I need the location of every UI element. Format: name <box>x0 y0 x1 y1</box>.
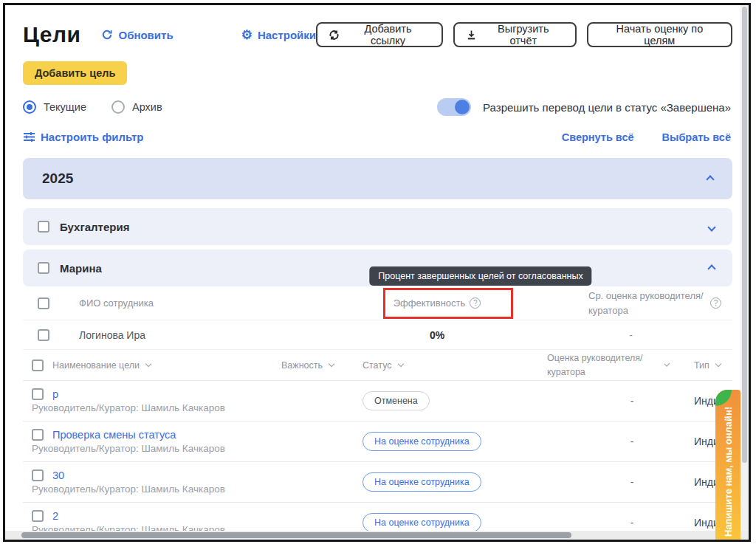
status-badge: Отменена <box>362 391 430 410</box>
horizontal-scrollbar[interactable] <box>5 531 749 540</box>
add-goal-button[interactable]: Добавить цель <box>23 61 127 85</box>
year-label: 2025 <box>42 171 73 187</box>
col-efficiency: Эффективность <box>394 297 466 309</box>
col-avg-score: Ср. оценка руководителя/куратора <box>588 289 706 317</box>
refresh-icon <box>101 29 113 41</box>
goal-row[interactable]: Проверка смены статуса Руководитель/Кура… <box>23 422 732 462</box>
chat-banner-label: Напишите нам, мы онлайн! <box>715 409 740 534</box>
page-header: Цели Обновить ⚙ Настройки Добавить ссылк… <box>23 21 732 48</box>
chat-banner[interactable]: Напишите нам, мы онлайн! <box>715 390 740 540</box>
configure-filter-link[interactable]: Настроить фильтр <box>23 131 143 143</box>
export-report-button[interactable]: Выгрузить отчёт <box>453 22 577 47</box>
refresh-link[interactable]: Обновить <box>101 29 173 41</box>
page-title: Цели <box>23 22 80 47</box>
employee-avg-score: - <box>529 329 732 341</box>
goal-title-link[interactable]: 2 <box>52 510 58 522</box>
download-icon <box>466 30 477 41</box>
goal-row[interactable]: р Руководитель/Куратор: Шамиль Качкаров … <box>23 381 732 422</box>
goal-title-link[interactable]: Проверка смены статуса <box>52 429 176 441</box>
goal-owner: Руководитель/Куратор: Шамиль Качкаров <box>32 402 267 413</box>
goals-table-header: Наименование цели Важность Статус Оценка… <box>23 350 732 381</box>
radio-archive-control[interactable] <box>111 100 125 114</box>
status-badge: На оценке сотрудника <box>362 472 481 492</box>
goal-checkbox[interactable] <box>32 388 44 400</box>
configure-filter-label: Настроить фильтр <box>41 131 143 143</box>
col-importance[interactable]: Важность <box>267 360 340 371</box>
col-goal-name[interactable]: Наименование цели <box>52 360 151 371</box>
year-collapse-control[interactable] <box>707 172 713 185</box>
goal-checkbox[interactable] <box>32 469 44 481</box>
col-efficiency-cell: Эффективность Процент завершенных целей … <box>345 286 529 320</box>
filter-row: Настроить фильтр Свернуть всё Выбрать вс… <box>23 131 731 143</box>
col-type[interactable]: Тип <box>676 360 732 371</box>
employee-table-header: ФИО сотрудника Эффективность Процент зав… <box>23 286 732 320</box>
employee-checkbox[interactable] <box>38 329 49 341</box>
goal-checkbox[interactable] <box>32 510 44 522</box>
complete-toggle-wrap: Разрешить перевод цели в статус «Заверше… <box>437 98 731 116</box>
start-assessment-label: Начать оценку по целям <box>599 23 720 47</box>
goal-name-cell: 30 Руководитель/Куратор: Шамиль Качкаров <box>23 469 267 495</box>
gear-icon: ⚙ <box>241 29 252 41</box>
goal-title-link[interactable]: р <box>52 388 58 400</box>
radio-current-control[interactable] <box>23 100 36 114</box>
group-name: Бухгалтерия <box>60 221 129 233</box>
filter-sliders-icon <box>23 131 35 142</box>
goal-score: - <box>499 395 676 407</box>
col-goal-name-cell: Наименование цели <box>23 359 267 371</box>
status-badge: На оценке сотрудника <box>362 513 481 532</box>
goal-score: - <box>499 436 676 447</box>
complete-status-toggle[interactable] <box>437 98 471 116</box>
employee-name: Логинова Ира <box>64 329 345 341</box>
start-assessment-button[interactable]: Начать оценку по целям <box>587 22 732 47</box>
group-checkbox[interactable] <box>38 221 49 233</box>
add-link-button[interactable]: Добавить ссылку <box>316 22 443 47</box>
employee-efficiency: 0% <box>345 329 529 341</box>
refresh-label: Обновить <box>118 29 173 41</box>
goal-row[interactable]: 30 Руководитель/Куратор: Шамиль Качкаров… <box>23 462 732 503</box>
group-collapse-control[interactable] <box>709 261 715 275</box>
help-icon[interactable] <box>470 297 481 309</box>
vertical-scrollbar-thumb[interactable] <box>742 7 747 463</box>
goal-checkbox[interactable] <box>32 429 44 441</box>
add-link-label: Добавить ссылку <box>346 23 430 47</box>
status-badge: На оценке сотрудника <box>362 432 481 451</box>
chevron-down-icon <box>707 223 715 231</box>
col-score[interactable]: Оценка руководителя/куратора <box>499 351 669 379</box>
radio-current-label: Текущие <box>44 101 86 113</box>
collapse-all-link[interactable]: Свернуть всё <box>562 131 634 143</box>
radio-archive[interactable]: Архив <box>111 100 162 114</box>
select-all-goals-checkbox[interactable] <box>32 359 44 371</box>
help-icon[interactable] <box>710 297 721 309</box>
settings-label: Настройки <box>258 29 316 41</box>
settings-link[interactable]: ⚙ Настройки <box>241 29 316 41</box>
goal-score: - <box>499 517 676 529</box>
radio-current[interactable]: Текущие <box>23 100 86 114</box>
filter-right-links: Свернуть всё Выбрать всё <box>562 131 731 143</box>
sync-icon <box>329 30 340 41</box>
vertical-scrollbar[interactable] <box>740 5 749 531</box>
group-name: Марина <box>60 262 102 275</box>
sort-chevron-icon <box>397 361 403 367</box>
col-status[interactable]: Статус <box>340 360 499 371</box>
employee-row[interactable]: Логинова Ира 0% - <box>23 320 732 350</box>
col-fio: ФИО сотрудника <box>64 297 345 309</box>
complete-toggle-label: Разрешить перевод цели в статус «Заверше… <box>483 101 731 114</box>
group-expand-control[interactable] <box>709 220 715 233</box>
goal-name-cell: р Руководитель/Куратор: Шамиль Качкаров <box>23 388 267 413</box>
window-frame: Цели Обновить ⚙ Настройки Добавить ссылк… <box>3 3 751 542</box>
goal-title-link[interactable]: 30 <box>52 469 64 481</box>
horizontal-scrollbar-thumb[interactable] <box>21 532 571 538</box>
col-avg-score-cell: Ср. оценка руководителя/куратора <box>529 289 721 317</box>
add-goal-label: Добавить цель <box>35 67 115 79</box>
sort-chevron-icon <box>664 361 670 367</box>
app-window: Цели Обновить ⚙ Настройки Добавить ссылк… <box>0 0 756 547</box>
radio-archive-label: Архив <box>132 101 162 113</box>
chevron-up-icon <box>707 264 715 272</box>
select-all-link[interactable]: Выбрать всё <box>662 131 731 143</box>
select-all-employees-checkbox[interactable] <box>38 297 49 309</box>
sort-chevron-icon <box>329 361 334 367</box>
group-checkbox[interactable] <box>38 262 49 274</box>
year-section-2025[interactable]: 2025 <box>23 158 732 199</box>
group-row-buhgalteria[interactable]: Бухгалтерия <box>23 208 732 245</box>
sort-chevron-icon <box>715 361 721 367</box>
